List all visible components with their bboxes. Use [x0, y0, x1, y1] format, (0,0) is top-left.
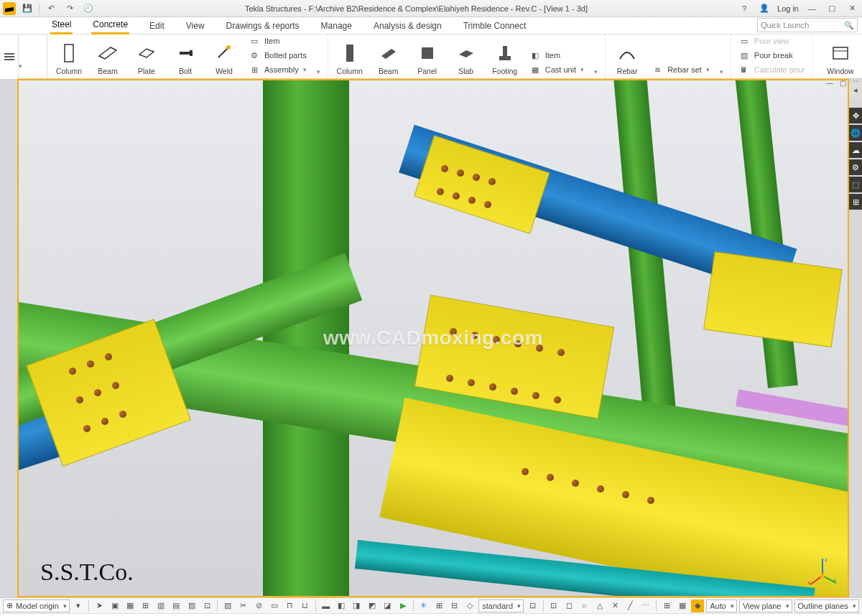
tab-view[interactable]: View [185, 18, 206, 34]
snap-icon[interactable]: ⊡ [526, 599, 539, 612]
axis-gizmo[interactable]: z y x [806, 554, 839, 587]
outlineplanes-select[interactable]: Outline planes [794, 599, 859, 612]
steel-plate-button[interactable]: Plate [132, 42, 161, 75]
steel-bolt-button[interactable]: Bolt [171, 42, 200, 75]
user-icon[interactable]: 👤 [757, 1, 771, 16]
concrete-panel-button[interactable]: Panel [413, 42, 442, 75]
vp-maximize-icon[interactable]: ▢ [838, 78, 848, 88]
expand-panel-icon[interactable]: ◂ [849, 82, 862, 98]
concrete-column-button[interactable]: Column [335, 42, 364, 75]
3d-viewport[interactable]: www.CADmoxing.com S.S.T.Co. z y x [17, 79, 849, 597]
bolted-parts-button[interactable]: ⚙Bolted parts [249, 50, 307, 61]
select-all-icon[interactable]: ▣ [108, 599, 121, 612]
snap-perp-icon[interactable]: ✕ [608, 599, 621, 612]
help-icon[interactable]: ? [737, 1, 751, 16]
vp-minimize-icon[interactable]: — [825, 78, 835, 88]
snap-intersection-icon[interactable]: △ [593, 599, 606, 612]
snap-ext-icon[interactable]: ⋯ [639, 599, 652, 612]
snap-icon[interactable]: ⊞ [432, 599, 445, 612]
ribbon-group-window: Window [819, 34, 862, 78]
steel-beam-button[interactable]: Beam [93, 42, 122, 75]
globe-panel-icon[interactable]: 🌐 [849, 125, 862, 141]
snap-any-icon[interactable]: ◆ [691, 599, 704, 612]
snap-grid2-icon[interactable]: ▦ [675, 599, 688, 612]
steel-column-button[interactable]: Column [55, 42, 83, 75]
tool-icon[interactable]: ▧ [221, 599, 234, 612]
tool-icon[interactable]: ⊓ [283, 599, 296, 612]
standard-select[interactable]: standard [478, 599, 524, 612]
select-arrow-icon[interactable]: ➤ [93, 599, 106, 612]
rebarset-button[interactable]: ≋Rebar set▾ [652, 64, 710, 75]
ucs-button[interactable]: ▾ [72, 599, 85, 612]
rebar-group-dropdown[interactable]: ▾ [720, 68, 723, 75]
tool-icon[interactable]: ◨ [350, 599, 363, 612]
concrete-group-dropdown[interactable]: ▾ [594, 68, 598, 75]
tool-icon[interactable]: ◧ [335, 599, 348, 612]
concrete-footing-button[interactable]: Footing [491, 42, 519, 75]
concrete-item-button[interactable]: ◧Item [529, 50, 584, 61]
title-bar: 💾 ↶ ↷ 🕘 Tekla Structures - F:\Archive B2… [0, 0, 862, 17]
tab-analysis[interactable]: Analysis & design [372, 18, 443, 34]
menu-icon[interactable] [4, 56, 14, 57]
tab-concrete[interactable]: Concrete [91, 17, 129, 34]
snap-icon[interactable]: ⊟ [448, 599, 461, 612]
gear-panel-icon[interactable]: ⚙ [849, 159, 862, 175]
snap-icon[interactable]: ✳ [417, 599, 430, 612]
snap-midpoint-icon[interactable]: ◻ [562, 599, 575, 612]
tool-icon[interactable]: ⊔ [298, 599, 311, 612]
rebar-button[interactable]: Rebar [613, 42, 641, 75]
search-icon: 🔍 [844, 21, 854, 30]
steel-group-dropdown[interactable]: ▾ [317, 68, 320, 75]
tool-icon[interactable]: ▬ [320, 599, 333, 612]
tool-icon[interactable]: ◪ [381, 599, 394, 612]
window-button[interactable]: Window [826, 42, 855, 75]
tool-icon[interactable]: ◩ [366, 599, 379, 612]
assembly-button[interactable]: ⊞Assembly▾ [249, 64, 307, 75]
tab-drawings[interactable]: Drawings & reports [225, 18, 301, 34]
calcpour-icon: 🖩 [738, 64, 750, 75]
tool-icon[interactable]: ▤ [170, 599, 182, 612]
viewplane-select[interactable]: View plane [739, 599, 792, 612]
cursor-panel-icon[interactable]: ✥ [849, 108, 862, 123]
origin-select[interactable]: ⊕Model origin [3, 599, 70, 612]
tab-trimble[interactable]: Trimble Connect [462, 18, 528, 34]
tab-manage[interactable]: Manage [320, 18, 353, 34]
tool-icon[interactable]: ✂ [237, 599, 250, 612]
quick-launch-input[interactable]: Quick Launch 🔍 [757, 18, 858, 32]
snap-line-icon[interactable]: ╱ [624, 599, 636, 612]
login-label[interactable]: Log in [777, 4, 799, 13]
snap-endpoint-icon[interactable]: ⊡ [547, 599, 560, 612]
tool-icon[interactable]: ▨ [185, 599, 198, 612]
cloud-panel-icon[interactable]: ☁ [849, 142, 862, 158]
tool-icon[interactable]: ⊘ [252, 599, 265, 612]
minimize-icon[interactable]: — [805, 1, 819, 16]
history-icon[interactable]: 🕘 [81, 1, 96, 16]
snap-center-icon[interactable]: ○ [578, 599, 590, 612]
save-icon[interactable]: 💾 [20, 1, 34, 16]
left-strip [0, 34, 19, 79]
select-object-icon[interactable]: ▦ [124, 599, 136, 612]
tab-steel[interactable]: Steel [50, 17, 73, 34]
box-panel-icon[interactable]: ⬚ [849, 177, 862, 192]
auto-select[interactable]: Auto [706, 599, 737, 612]
tool-icon[interactable]: ⊡ [200, 599, 213, 612]
snap-icon[interactable]: ◇ [463, 599, 476, 612]
app-logo[interactable] [3, 2, 16, 15]
steel-weld-button[interactable]: Weld [210, 42, 238, 75]
select-grid-icon[interactable]: ⊞ [139, 599, 152, 612]
steel-item-button[interactable]: ▭Item [249, 35, 307, 47]
snap-grid-icon[interactable]: ⊞ [660, 599, 673, 612]
grid-panel-icon[interactable]: ⊞ [849, 194, 862, 210]
select-bars-icon[interactable]: ▥ [154, 599, 167, 612]
concrete-beam-button[interactable]: Beam [374, 42, 403, 75]
redo-icon[interactable]: ↷ [62, 1, 77, 16]
cast-unit-button[interactable]: ▦Cast unit▾ [529, 64, 584, 75]
maximize-icon[interactable]: ▢ [825, 1, 839, 16]
tab-edit[interactable]: Edit [148, 18, 166, 34]
tool-icon[interactable]: ▶ [396, 599, 409, 612]
pour-break-button[interactable]: ▨Pour break [738, 50, 805, 61]
tool-icon[interactable]: ▭ [267, 599, 280, 612]
close-icon[interactable]: ✕ [845, 1, 859, 16]
undo-icon[interactable]: ↶ [44, 1, 58, 16]
concrete-slab-button[interactable]: Slab [452, 42, 481, 75]
